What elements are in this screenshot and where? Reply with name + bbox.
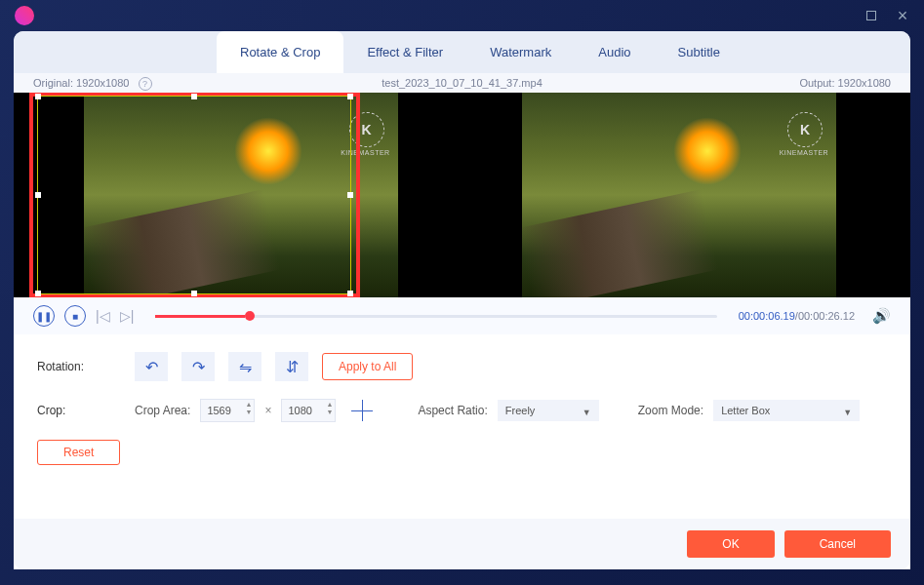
multiply-icon: × (264, 404, 271, 417)
stop-button[interactable]: ■ (64, 305, 86, 327)
app-logo (15, 6, 34, 25)
stepper-up-icon[interactable]: ▲ (245, 401, 252, 409)
cancel-button[interactable]: Cancel (784, 530, 891, 558)
ok-button[interactable]: OK (687, 530, 774, 558)
kinemaster-logo: K (787, 112, 823, 147)
stepper-down-icon[interactable]: ▼ (326, 409, 333, 416)
output-preview: K KINEMASTER (472, 93, 892, 297)
timeline-slider[interactable] (155, 315, 716, 318)
crop-rect[interactable] (37, 96, 351, 294)
apply-to-all-button[interactable]: Apply to All (322, 353, 413, 380)
next-frame-button[interactable]: ▷| (120, 308, 135, 324)
crop-handle[interactable] (347, 192, 353, 198)
filename: test_2023_10_07_10_41_37.mp4 (382, 77, 542, 89)
output-resolution: 1920x1080 (838, 77, 891, 89)
reset-button[interactable]: Reset (37, 440, 120, 465)
timeline-thumb[interactable] (245, 311, 255, 321)
source-preview[interactable]: K KINEMASTER (33, 93, 453, 297)
crop-handle[interactable] (35, 192, 41, 198)
aspect-ratio-label: Aspect Ratio: (418, 404, 487, 417)
crop-label: Crop: (37, 404, 135, 417)
original-resolution: 1920x1080 (76, 77, 129, 89)
tab-subtitle[interactable]: Subtitle (655, 31, 743, 73)
maximize-button[interactable] (864, 9, 878, 22)
zoom-mode-select[interactable]: Letter Box (713, 400, 860, 421)
rotate-right-button[interactable]: ↷ (181, 352, 215, 381)
aspect-ratio-select[interactable]: Freely (498, 400, 599, 421)
tab-effect-filter[interactable]: Effect & Filter (343, 31, 466, 73)
crop-handle[interactable] (347, 291, 353, 296)
crop-handle[interactable] (35, 94, 41, 99)
rotate-left-button[interactable]: ↶ (135, 352, 168, 381)
prev-frame-button[interactable]: |◁ (96, 308, 110, 324)
time-current: 00:00:06.19 (739, 310, 795, 322)
original-label: Original: (33, 77, 73, 89)
help-icon[interactable]: ? (139, 77, 152, 91)
crop-handle[interactable] (35, 291, 41, 296)
crop-handle[interactable] (191, 94, 197, 99)
center-crosshair-button[interactable] (351, 400, 373, 421)
volume-icon[interactable]: 🔊 (872, 307, 891, 325)
stepper-up-icon[interactable]: ▲ (326, 401, 333, 409)
output-label: Output: (799, 77, 834, 89)
pause-button[interactable]: ❚❚ (33, 305, 55, 327)
time-total: /00:00:26.12 (795, 310, 855, 322)
tab-rotate-crop[interactable]: Rotate & Crop (217, 31, 343, 73)
crop-handle[interactable] (191, 291, 197, 296)
close-button[interactable]: × (896, 9, 909, 22)
zoom-mode-label: Zoom Mode: (638, 404, 703, 417)
flip-vertical-button[interactable]: ⇵ (275, 352, 308, 381)
tab-audio[interactable]: Audio (575, 31, 654, 73)
kinemaster-text: KINEMASTER (780, 149, 829, 156)
crop-area-label: Crop Area: (135, 404, 190, 417)
stepper-down-icon[interactable]: ▼ (245, 409, 252, 416)
flip-horizontal-button[interactable]: ⇋ (228, 352, 261, 381)
rotation-label: Rotation: (37, 360, 135, 373)
tab-watermark[interactable]: Watermark (466, 31, 575, 73)
crop-handle[interactable] (347, 94, 353, 99)
